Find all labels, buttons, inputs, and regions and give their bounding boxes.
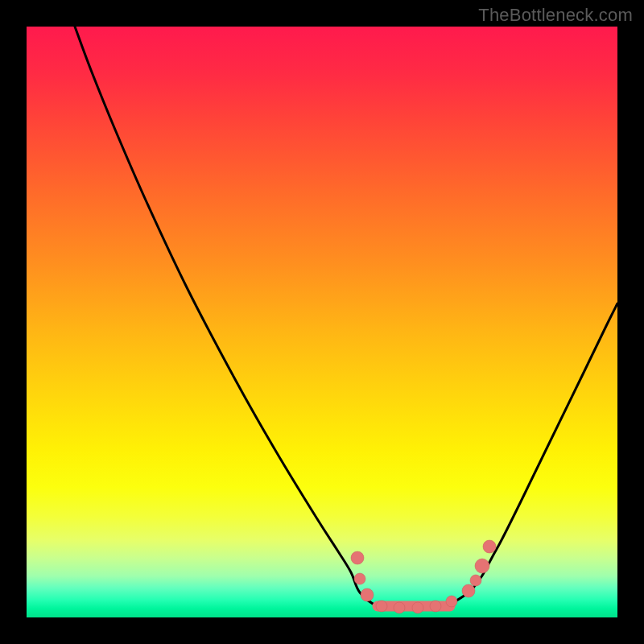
curve-marker — [475, 559, 489, 573]
curve-marker — [376, 601, 387, 612]
curve-marker — [361, 588, 374, 601]
curve-marker — [394, 602, 405, 613]
curve-marker — [430, 601, 441, 612]
curve-marker — [470, 575, 481, 586]
plot-area — [27, 27, 617, 617]
chart-frame: TheBottleneck.com — [0, 0, 644, 644]
watermark-text: TheBottleneck.com — [478, 5, 633, 26]
bottleneck-curve — [27, 27, 617, 617]
curve-marker — [412, 602, 423, 613]
curve-marker — [483, 540, 496, 553]
curve-marker — [351, 551, 364, 564]
curve-marker — [462, 584, 475, 597]
curve-marker — [354, 573, 365, 584]
curve-marker — [446, 596, 457, 607]
curve-left-branch — [75, 27, 394, 608]
curve-right-branch — [450, 303, 617, 605]
